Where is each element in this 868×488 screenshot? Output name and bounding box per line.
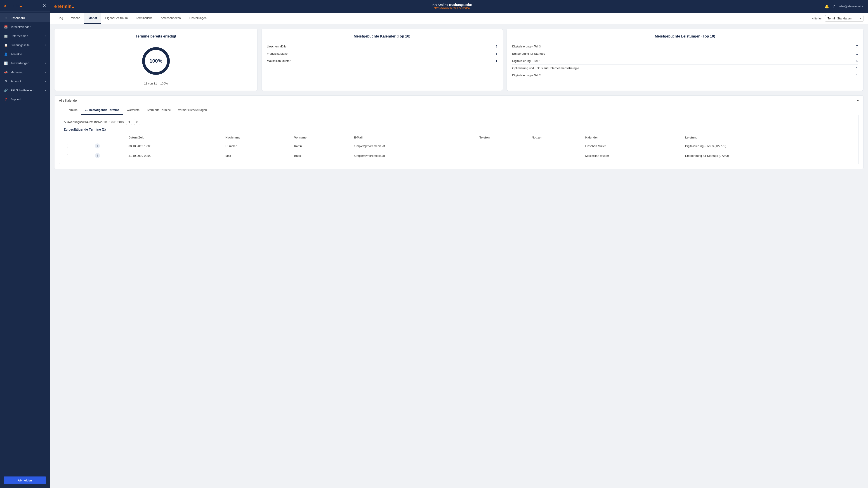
sub-tab-vormerkliste[interactable]: Vormerkliste/Anfragen xyxy=(174,105,211,115)
kalender-name-1: Franziska Mayer xyxy=(267,52,289,55)
period-prev-button[interactable]: < xyxy=(126,119,132,125)
sidebar-item-unternehmen[interactable]: 🏢 Unternehmen > xyxy=(0,31,50,40)
tab-terminsuche[interactable]: Terminsuche xyxy=(132,13,157,24)
sub-tab-termine[interactable]: Termine xyxy=(64,105,81,115)
api-icon: 🔗 xyxy=(4,88,8,92)
sidebar-item-api[interactable]: 🔗 API Schnittstellen > xyxy=(0,86,50,95)
topbar-center: Ihre Online Buchungsseite https://www.eT… xyxy=(83,3,820,10)
topbar-logo-suffix: Termin xyxy=(57,4,71,9)
row1-action2[interactable]: i xyxy=(93,151,126,161)
kalender-count-2: 1 xyxy=(496,59,497,63)
kebab-menu-icon[interactable]: ⋮ xyxy=(66,154,70,158)
sidebar-label-terminkalender: Terminkalender xyxy=(10,25,31,29)
booking-icon: 📋 xyxy=(4,43,8,47)
sidebar-label-dashboard: Dashboard xyxy=(10,16,25,20)
sub-tab-stornierte[interactable]: Stornierte Termine xyxy=(143,105,174,115)
tab-monat[interactable]: Monat xyxy=(84,13,101,24)
tab-woche[interactable]: Woche xyxy=(67,13,84,24)
row1-action1[interactable]: ⋮ xyxy=(64,151,93,161)
marketing-arrow: > xyxy=(45,71,46,73)
sidebar-item-auswertungen[interactable]: 📊 Auswertungen > xyxy=(0,59,50,68)
row1-leistung: Erstberatung für Startups (97243) xyxy=(683,151,854,161)
table-row: ⋮ i 08.10.2019 12:00 Rumpler Katrin rump… xyxy=(64,141,854,151)
col-notizen[interactable]: Notizen xyxy=(529,134,583,141)
leistung-count-2: 1 xyxy=(856,59,858,63)
sidebar-item-account[interactable]: ⚙ Account > xyxy=(0,76,50,86)
tab-einstellungen[interactable]: Einstellungen xyxy=(185,13,211,24)
panel-leistungen: Meistgebuchte Leistungen (Top 10) Digita… xyxy=(506,29,864,91)
sidebar-item-dashboard[interactable]: ⊞ Dashboard xyxy=(0,13,50,22)
dashboard-icon: ⊞ xyxy=(4,15,8,20)
col-action2 xyxy=(93,134,126,141)
sidebar-header: eTermin☁ ✕ xyxy=(0,0,50,11)
period-next-button[interactable]: > xyxy=(134,119,141,125)
close-icon[interactable]: ✕ xyxy=(43,3,46,8)
sidebar-item-support[interactable]: ❓ Support xyxy=(0,95,50,104)
main-area: eTermin☁ Ihre Online Buchungsseite https… xyxy=(50,0,868,488)
topbar-right: 🔔 ? video@etermin.net ▾ xyxy=(825,4,864,8)
topbar-cloud: ☁ xyxy=(71,5,74,8)
col-telefon[interactable]: Telefon xyxy=(477,134,529,141)
leistung-name-1: Erstberatung für Startups xyxy=(512,52,545,55)
logo-prefix: e xyxy=(4,3,6,8)
table-row: ⋮ i 31.10.2019 08:00 Mair Babsi rumpler@… xyxy=(64,151,854,161)
contacts-icon: 👤 xyxy=(4,52,8,56)
help-icon[interactable]: ? xyxy=(833,4,835,8)
col-leistung[interactable]: Leistung xyxy=(683,134,854,141)
list-item: Digitalisierung – Teil 3 7 xyxy=(512,43,858,50)
row1-kalender: Maximilian Muster xyxy=(583,151,683,161)
list-item: Franziska Mayer 5 xyxy=(267,50,497,57)
leistung-count-0: 7 xyxy=(856,45,858,48)
sub-tab-zu-bestaetigende[interactable]: Zu bestätigende Termine xyxy=(81,105,123,115)
info-icon[interactable]: i xyxy=(95,143,100,149)
period-label: Auswertungszeitraum: 10/1/2019 - 10/31/2… xyxy=(64,120,124,124)
sidebar-item-kontakte[interactable]: 👤 Kontakte xyxy=(0,50,50,59)
leistung-name-3: Optimierung und Fokus auf Unternehmensst… xyxy=(512,66,579,70)
leistung-count-4: 1 xyxy=(856,74,858,77)
row1-nachname: Mair xyxy=(223,151,292,161)
kebab-menu-icon[interactable]: ⋮ xyxy=(66,144,70,148)
sidebar-item-terminkalender[interactable]: 📅 Terminkalender xyxy=(0,22,50,31)
panel-erledigt-title: Termine bereits erledigt xyxy=(135,34,176,38)
tab-abwesenheiten[interactable]: Abwesenheiten xyxy=(157,13,185,24)
abmelden-button[interactable]: Abmelden xyxy=(4,477,46,484)
col-datum[interactable]: Datum/Zeit xyxy=(126,134,223,141)
bell-icon[interactable]: 🔔 xyxy=(825,4,829,8)
col-vorname[interactable]: Vorname xyxy=(292,134,351,141)
donut-percent: 100% xyxy=(150,58,162,64)
panel-erledigt: Termine bereits erledigt 100% 11 von 11 … xyxy=(54,29,258,91)
analytics-icon: 📊 xyxy=(4,61,8,65)
booking-url[interactable]: https://www.eTermin.net/video xyxy=(83,6,820,10)
row0-email: rumpler@moremedia.at xyxy=(352,141,477,151)
row0-nachname: Rumpler xyxy=(223,141,292,151)
sub-tab-warteliste[interactable]: Warteliste xyxy=(123,105,143,115)
tab-tag[interactable]: Tag xyxy=(54,13,67,24)
row0-action1[interactable]: ⋮ xyxy=(64,141,93,151)
buchungsseite-arrow: > xyxy=(45,43,46,46)
user-menu[interactable]: video@etermin.net ▾ xyxy=(838,5,864,8)
col-nachname[interactable]: Nachname xyxy=(223,134,292,141)
topbar-logo-prefix: e xyxy=(54,4,57,9)
kriterium-select[interactable]: Termin Startdatum Buchungsdatum xyxy=(825,15,864,22)
list-item: Erstberatung für Startups 1 xyxy=(512,50,858,57)
auswertungen-arrow: > xyxy=(45,62,46,64)
tab-eigener-zeitraum[interactable]: Eigener Zeitraum xyxy=(101,13,132,24)
building-icon: 🏢 xyxy=(4,34,8,38)
kalender-dropdown: Alle Kalender ▾ Termine Zu bestätigende … xyxy=(54,95,864,169)
row0-leistung: Digitalisierung – Teil 3 (122779) xyxy=(683,141,854,151)
sidebar-item-marketing[interactable]: 📣 Marketing > xyxy=(0,68,50,76)
kalender-dropdown-arrow: ▾ xyxy=(857,99,859,102)
col-email[interactable]: E-Mail xyxy=(352,134,477,141)
table-section: Auswertungszeitraum: 10/1/2019 - 10/31/2… xyxy=(59,115,859,164)
col-kalender[interactable]: Kalender xyxy=(583,134,683,141)
user-arrow: ▾ xyxy=(862,5,864,8)
list-item: Lieschen Müller 5 xyxy=(267,43,497,50)
kalender-dropdown-header[interactable]: Alle Kalender ▾ xyxy=(55,96,863,105)
row0-kalender: Lieschen Müller xyxy=(583,141,683,151)
row0-action2[interactable]: i xyxy=(93,141,126,151)
sidebar-item-buchungsseite[interactable]: 📋 Buchungsseite > xyxy=(0,40,50,50)
info-icon[interactable]: i xyxy=(95,153,100,158)
appointments-table: Datum/Zeit Nachname Vorname E-Mail Telef… xyxy=(64,134,854,160)
sidebar-label-account: Account xyxy=(10,79,21,83)
kalender-dropdown-label: Alle Kalender xyxy=(59,99,78,102)
